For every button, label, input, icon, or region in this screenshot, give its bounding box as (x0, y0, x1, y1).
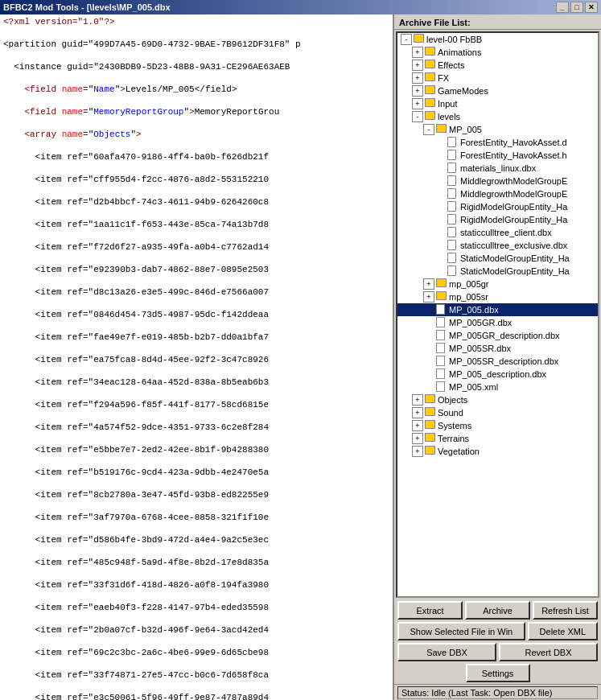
tree-item[interactable]: staticculltree_exclusive.dbx (397, 239, 598, 252)
tree-expand-icon[interactable]: + (412, 433, 423, 444)
tree-item[interactable]: MP_005.xml (397, 381, 598, 393)
code-line: <item ref="b519176c-9cd4-423a-9dbb-4e247… (3, 467, 389, 478)
tree-item-label: materials_linux.dbx (460, 163, 536, 173)
code-line: <item ref="d586b4fe-3bd9-472d-a4e4-9a2c5… (3, 534, 389, 546)
file-icon (447, 253, 456, 263)
folder-icon (425, 85, 435, 94)
tree-item[interactable]: + mp_005gr (397, 278, 598, 290)
tree-item[interactable]: + Animations (397, 46, 598, 59)
tree-item[interactable]: MP_005GR_description.dbx (397, 329, 598, 342)
tree-item[interactable]: MiddlegrowthModelGroupE (397, 187, 598, 200)
maximize-button[interactable]: □ (570, 2, 583, 13)
tree-item[interactable]: RigidModelGroupEntity_Ha (397, 200, 598, 213)
code-line: <item ref="69c2c3bc-2a6c-4be6-99e9-6d65c… (3, 647, 389, 658)
save-dbx-button[interactable]: Save DBX (397, 643, 496, 661)
window-controls[interactable]: _ □ ✕ (556, 2, 598, 13)
buttons-area: Extract Archive Refresh List Show Select… (394, 599, 601, 684)
folder-icon (414, 34, 424, 43)
tree-item[interactable]: + FX (397, 72, 598, 84)
code-editor[interactable]: <?xml version="1.0"?> <partition guid="4… (0, 14, 393, 700)
tree-expand-icon[interactable]: + (412, 446, 423, 457)
tree-item[interactable]: + Objects (397, 393, 598, 406)
tree-item[interactable]: MP_005SR.dbx (397, 342, 598, 355)
btn-row-2: Show Selected File in Win Delete XML (397, 622, 598, 640)
code-line: <item ref="485c948f-5a9d-4f8e-8b2d-17e8d… (3, 557, 389, 568)
btn-row-1: Extract Archive Refresh List (397, 601, 598, 620)
tree-expand-icon[interactable]: + (412, 394, 423, 406)
code-line: <item ref="e92390b3-dab7-4862-88e7-0895e… (3, 264, 389, 275)
code-line: <item ref="3af7970a-6768-4cee-8858-321f1… (3, 512, 389, 523)
settings-button[interactable]: Settings (466, 664, 530, 682)
tree-item[interactable]: + Input (397, 97, 598, 110)
minimize-button[interactable]: _ (556, 2, 569, 13)
code-line: <partition guid="499D7A45-69D0-4732-9BAE… (3, 39, 389, 50)
code-line: <item ref="60afa470-9186-4ff4-ba0b-f626d… (3, 151, 389, 163)
tree-item[interactable]: + Vegetation (397, 445, 598, 458)
tree-collapse-icon[interactable]: - (401, 34, 412, 45)
tree-item[interactable]: + Sound (397, 406, 598, 419)
code-line: <array name="Objects"> (3, 129, 389, 140)
tree-item-label: ForestEntity_HavokAsset.h (460, 150, 567, 160)
tree-item[interactable]: + mp_005sr (397, 290, 598, 303)
delete-xml-button[interactable]: Delete XML (528, 622, 598, 640)
tree-expand-icon[interactable]: + (412, 407, 423, 418)
tree-expand-icon[interactable]: + (412, 72, 423, 84)
title-text: BFBC2 Mod Tools - [\levels\MP_005.dbx (3, 2, 171, 12)
archive-button[interactable]: Archive (465, 601, 530, 620)
tree-item[interactable]: + Terrains (397, 432, 598, 445)
tree-expand-icon[interactable]: + (412, 98, 423, 109)
tree-collapse-icon[interactable]: - (412, 111, 423, 122)
extract-button[interactable]: Extract (397, 601, 463, 620)
tree-item[interactable]: ForestEntity_HavokAsset.d (397, 136, 598, 149)
tree-item[interactable]: StaticModelGroupEntity_Ha (397, 252, 598, 265)
tree-item-label: RigidModelGroupEntity_Ha (460, 202, 567, 212)
file-icon (436, 343, 445, 353)
tree-item[interactable]: - levels (397, 110, 598, 123)
tree-item[interactable]: MP_005.dbx (397, 303, 598, 316)
tree-item-label: FX (438, 73, 449, 83)
tree-collapse-icon[interactable]: - (423, 124, 434, 135)
tree-expand-icon[interactable]: + (423, 291, 434, 303)
tree-item-label: StaticModelGroupEntity_Ha (460, 253, 570, 263)
tree-item-label: StaticModelGroupEntity_Ha (460, 266, 570, 276)
tree-item[interactable]: MP_005SR_description.dbx (397, 355, 598, 368)
close-button[interactable]: ✕ (585, 2, 598, 13)
tree-item[interactable]: staticculltree_client.dbx (397, 226, 598, 239)
archive-tree[interactable]: - level-00 FbBB + Animations + Effects +… (396, 31, 599, 598)
tree-item-label: RigidModelGroupEntity_Ha (460, 215, 567, 224)
tree-item-label: MP_005GR.dbx (449, 318, 512, 327)
tree-item[interactable]: MP_005GR.dbx (397, 316, 598, 329)
tree-item[interactable]: RigidModelGroupEntity_Ha (397, 213, 598, 226)
tree-item[interactable]: - MP_005 (397, 123, 598, 136)
code-line: <item ref="e5bbe7e7-2ed2-42ee-8b1f-9b428… (3, 444, 389, 455)
tree-expand-icon[interactable]: + (412, 85, 423, 97)
tree-item[interactable]: StaticModelGroupEntity_Ha (397, 265, 598, 278)
tree-item[interactable]: + GameModes (397, 84, 598, 97)
tree-item-label: MP_005GR_description.dbx (449, 331, 560, 340)
tree-expand-icon[interactable]: + (423, 278, 434, 290)
btn-row-4: Settings (397, 664, 598, 682)
tree-item-label: MiddlegrowthModelGroupE (460, 189, 567, 199)
revert-dbx-button[interactable]: Revert DBX (499, 643, 598, 661)
tree-item[interactable]: + Effects (397, 59, 598, 72)
tree-expand-icon[interactable]: + (412, 47, 423, 58)
tree-expand-icon[interactable]: + (412, 60, 423, 71)
code-line: <item ref="cff955d4-f2cc-4876-a8d2-55315… (3, 174, 389, 185)
tree-item[interactable]: ForestEntity_HavokAsset.h (397, 149, 598, 162)
tree-item[interactable]: MiddlegrowthModelGroupE (397, 175, 598, 187)
tree-expand-icon[interactable]: + (412, 420, 423, 431)
tree-item[interactable]: - level-00 FbBB (397, 33, 598, 46)
file-icon (447, 214, 456, 224)
show-selected-button[interactable]: Show Selected File in Win (397, 622, 525, 640)
tree-item[interactable]: materials_linux.dbx (397, 162, 598, 175)
tree-item-label: Terrains (438, 434, 469, 443)
tree-item-label: mp_005sr (449, 292, 488, 302)
refresh-list-button[interactable]: Refresh List (533, 601, 598, 620)
tree-item-label: Animations (438, 47, 481, 57)
tree-item[interactable]: MP_005_description.dbx (397, 368, 598, 381)
file-icon (436, 317, 445, 327)
file-icon (447, 137, 456, 147)
folder-icon (436, 278, 447, 287)
tree-item-label: MP_005_description.dbx (449, 369, 546, 379)
tree-item[interactable]: + Systems (397, 419, 598, 432)
